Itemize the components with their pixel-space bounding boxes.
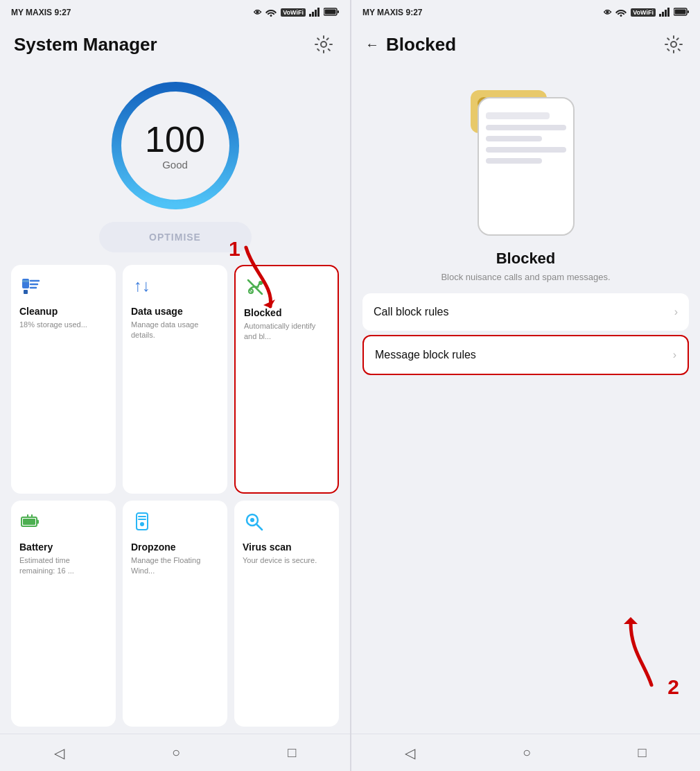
back-nav-left[interactable]: ◁: [40, 739, 78, 767]
optimise-button[interactable]: OPTIMISE: [99, 222, 252, 252]
svg-rect-12: [22, 280, 29, 282]
svg-rect-27: [137, 513, 148, 530]
gauge-label: Good: [145, 159, 205, 171]
carrier-right: MY MAXIS 9:27: [362, 8, 422, 17]
message-block-rules-item[interactable]: Message block rules ›: [362, 335, 689, 375]
tile-cleanup-title: Cleanup: [19, 306, 107, 317]
recent-nav-left[interactable]: □: [274, 739, 310, 766]
svg-rect-29: [138, 519, 146, 520]
tile-battery[interactable]: Battery Estimated time remaining: 16 ...: [11, 501, 116, 727]
svg-rect-24: [37, 520, 39, 524]
bottom-nav-right: ◁ ○ □: [351, 734, 700, 771]
wifi-icon-right: [615, 8, 627, 18]
svg-rect-37: [667, 8, 670, 17]
message-block-chevron-icon: ›: [673, 349, 676, 361]
status-bar-right: MY MAXIS 9:27 👁 VoWiFi: [351, 0, 700, 25]
svg-rect-40: [688, 10, 689, 13]
call-block-rules-item[interactable]: Call block rules ›: [362, 293, 689, 331]
gauge-center: 100 Good: [145, 121, 205, 171]
battery-tile-icon: [19, 510, 107, 537]
svg-rect-35: [662, 12, 664, 17]
gauge-container: 100 Good: [0, 62, 350, 222]
phone-content-line-2: [486, 125, 566, 130]
annotation-area-2: 2: [351, 378, 700, 734]
status-icons-left: 👁 VoWiFi: [254, 8, 339, 18]
phone-body: [478, 97, 575, 236]
tile-data-desc: Manage data usage details.: [131, 320, 219, 341]
svg-point-18: [259, 281, 263, 285]
tile-dropzone-title: Dropzone: [131, 542, 219, 553]
recent-nav-right[interactable]: □: [624, 739, 660, 766]
blocked-icon: [244, 276, 329, 303]
status-icons-right: 👁 VoWiFi: [604, 8, 689, 18]
settings-button-right[interactable]: [661, 32, 686, 57]
svg-point-30: [140, 522, 144, 526]
svg-point-7: [321, 42, 326, 47]
gauge-wrapper: 100 Good: [106, 76, 245, 215]
svg-rect-36: [665, 10, 667, 17]
data-usage-icon: ↑↓: [131, 275, 219, 302]
svg-rect-0: [309, 14, 311, 17]
tile-virus-scan[interactable]: Virus scan Your device is secure.: [234, 501, 339, 727]
right-header-left: ← Blocked: [365, 34, 456, 55]
tile-blocked[interactable]: Blocked Automatically identify and bl...: [234, 265, 339, 494]
gauge-value: 100: [145, 121, 205, 157]
tile-data-usage[interactable]: ↑↓ Data usage Manage data usage details.: [123, 265, 227, 494]
annotation-arrow-2: [596, 609, 672, 692]
tile-cleanup[interactable]: Cleanup 18% storage used...: [11, 265, 116, 494]
tile-data-title: Data usage: [131, 306, 219, 317]
tile-blocked-desc: Automatically identify and bl...: [244, 321, 329, 343]
vowifi-badge-right: VoWiFi: [631, 8, 656, 17]
home-nav-right[interactable]: ○: [509, 739, 545, 766]
svg-line-21: [250, 290, 252, 293]
back-button[interactable]: ←: [365, 37, 379, 53]
svg-text:↑↓: ↑↓: [134, 276, 150, 295]
app-title: System Manager: [14, 34, 157, 55]
settings-button-left[interactable]: [311, 32, 336, 57]
battery-icon-right: [674, 8, 689, 17]
svg-rect-34: [659, 14, 661, 17]
right-header: ← Blocked: [351, 25, 700, 62]
dropzone-icon: [131, 510, 219, 537]
tile-virus-desc: Your device is secure.: [243, 555, 331, 566]
rules-list: Call block rules › Message block rules ›: [351, 293, 700, 378]
status-bar-left: MY MAXIS 9:27 👁 VoWiFi: [0, 0, 350, 25]
svg-rect-2: [315, 10, 317, 17]
phone-mockup: ✉ 📵: [471, 83, 581, 236]
call-block-rules-label: Call block rules: [374, 306, 448, 318]
back-nav-right[interactable]: ◁: [391, 739, 429, 767]
home-nav-left[interactable]: ○: [158, 739, 194, 766]
svg-rect-13: [24, 290, 28, 294]
tile-dropzone-desc: Manage the Floating Wind...: [131, 555, 219, 577]
right-title: Blocked: [386, 34, 456, 55]
phone-content-line-4: [486, 147, 566, 153]
phone-content-line-3: [486, 136, 542, 141]
hero-title: Blocked: [372, 250, 679, 268]
svg-rect-5: [325, 10, 336, 15]
wifi-icon: [265, 8, 277, 18]
tiles-grid: Cleanup 18% storage used... ↑↓ Data usag…: [0, 258, 350, 734]
svg-line-32: [256, 524, 262, 530]
tile-dropzone[interactable]: Dropzone Manage the Floating Wind...: [123, 501, 227, 727]
message-block-rules-label: Message block rules: [375, 349, 476, 361]
svg-rect-23: [23, 519, 35, 525]
svg-point-33: [250, 518, 254, 522]
eye-icon: 👁: [254, 8, 261, 17]
phone-content-line-1: [486, 112, 550, 119]
tile-battery-title: Battery: [19, 542, 107, 553]
svg-rect-6: [338, 10, 339, 13]
svg-rect-28: [138, 516, 146, 517]
hero-desc: Block nuisance calls and spam messages.: [372, 272, 679, 282]
tile-blocked-title: Blocked: [244, 307, 329, 318]
vowifi-badge: VoWiFi: [281, 8, 306, 17]
svg-marker-42: [624, 617, 638, 624]
battery-icon-left: [324, 8, 339, 17]
signal-icon-right: [659, 8, 670, 18]
phone-content-line-5: [486, 158, 542, 164]
tile-virus-title: Virus scan: [243, 542, 331, 553]
svg-rect-3: [317, 8, 320, 17]
svg-rect-39: [675, 10, 686, 15]
svg-point-41: [671, 42, 676, 47]
bottom-nav-left: ◁ ○ □: [0, 734, 350, 771]
virus-scan-icon: [243, 510, 331, 537]
